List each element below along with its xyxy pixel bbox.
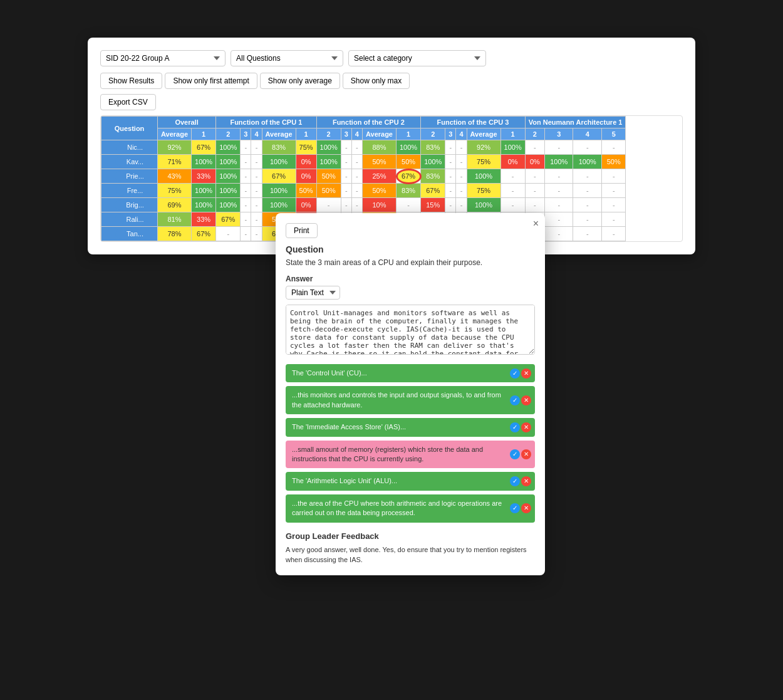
x-icon[interactable]: ✕ bbox=[521, 395, 531, 405]
data-cell[interactable]: - bbox=[445, 169, 456, 184]
data-cell[interactable]: - bbox=[602, 227, 626, 241]
answer-textarea[interactable]: Control Unit-manages and monitors softwa… bbox=[286, 305, 535, 355]
export-csv-button[interactable]: Export CSV bbox=[100, 94, 156, 110]
data-cell[interactable]: 67% bbox=[216, 212, 241, 227]
data-cell[interactable]: - bbox=[544, 169, 573, 184]
data-cell[interactable]: - bbox=[525, 184, 544, 198]
check-icon[interactable]: ✓ bbox=[510, 395, 520, 405]
data-cell[interactable]: - bbox=[351, 198, 362, 212]
data-cell[interactable]: 33% bbox=[192, 169, 216, 184]
data-cell[interactable]: 75% bbox=[467, 184, 500, 198]
data-cell[interactable]: - bbox=[573, 169, 602, 184]
data-cell[interactable]: - bbox=[573, 227, 602, 241]
data-cell[interactable]: 67% bbox=[397, 169, 421, 184]
overall-avg-cell[interactable]: 75% bbox=[158, 184, 192, 198]
data-cell[interactable]: - bbox=[251, 155, 262, 169]
x-icon[interactable]: ✕ bbox=[521, 368, 531, 379]
data-cell[interactable]: 75% bbox=[296, 140, 316, 155]
data-cell[interactable]: - bbox=[525, 140, 544, 155]
overall-avg-cell[interactable]: 43% bbox=[158, 169, 192, 184]
data-cell[interactable]: - bbox=[456, 140, 467, 155]
data-cell[interactable]: - bbox=[500, 169, 525, 184]
check-icon[interactable]: ✓ bbox=[510, 422, 520, 432]
data-cell[interactable]: 67% bbox=[192, 140, 216, 155]
check-icon[interactable]: ✓ bbox=[510, 503, 520, 513]
data-cell[interactable]: - bbox=[602, 212, 626, 227]
data-cell[interactable]: - bbox=[241, 140, 251, 155]
data-cell[interactable]: 0% bbox=[296, 169, 316, 184]
data-cell[interactable]: 15% bbox=[421, 198, 445, 212]
data-cell[interactable]: 67% bbox=[421, 184, 445, 198]
data-cell[interactable]: 0% bbox=[525, 155, 544, 169]
data-cell[interactable]: 100% bbox=[421, 155, 445, 169]
data-cell[interactable]: - bbox=[544, 227, 573, 241]
category-dropdown[interactable]: Select a category bbox=[348, 50, 486, 66]
data-cell[interactable]: 0% bbox=[500, 155, 525, 169]
x-icon[interactable]: ✕ bbox=[521, 422, 531, 432]
data-cell[interactable]: 88% bbox=[362, 140, 396, 155]
data-cell[interactable]: - bbox=[241, 198, 251, 212]
data-cell[interactable]: 100% bbox=[500, 140, 525, 155]
modal-close-button[interactable]: × bbox=[533, 218, 539, 229]
data-cell[interactable]: - bbox=[602, 169, 626, 184]
data-cell[interactable]: - bbox=[573, 212, 602, 227]
data-cell[interactable]: - bbox=[544, 184, 573, 198]
data-cell[interactable]: 75% bbox=[467, 155, 500, 169]
data-cell[interactable]: 92% bbox=[467, 140, 500, 155]
data-cell[interactable]: - bbox=[241, 212, 251, 227]
data-cell[interactable]: - bbox=[351, 169, 362, 184]
data-cell[interactable]: 83% bbox=[421, 140, 445, 155]
max-button[interactable]: Show only max bbox=[343, 73, 410, 89]
data-cell[interactable]: 67% bbox=[192, 227, 216, 241]
data-cell[interactable]: - bbox=[241, 184, 251, 198]
data-cell[interactable]: - bbox=[251, 212, 262, 227]
data-cell[interactable]: 67% bbox=[262, 169, 296, 184]
data-cell[interactable]: - bbox=[397, 198, 421, 212]
data-cell[interactable]: 50% bbox=[602, 155, 626, 169]
overall-avg-cell[interactable]: 92% bbox=[158, 140, 192, 155]
x-icon[interactable]: ✕ bbox=[521, 449, 531, 459]
data-cell[interactable]: - bbox=[602, 198, 626, 212]
data-cell[interactable]: - bbox=[241, 155, 251, 169]
data-cell[interactable]: - bbox=[525, 198, 544, 212]
data-cell[interactable]: 100% bbox=[192, 184, 216, 198]
data-cell[interactable]: - bbox=[351, 140, 362, 155]
data-cell[interactable]: - bbox=[341, 169, 351, 184]
overall-avg-cell[interactable]: 69% bbox=[158, 198, 192, 212]
data-cell[interactable]: - bbox=[573, 184, 602, 198]
data-cell[interactable]: - bbox=[445, 140, 456, 155]
data-cell[interactable]: - bbox=[241, 227, 251, 241]
data-cell[interactable]: - bbox=[445, 155, 456, 169]
data-cell[interactable]: - bbox=[341, 155, 351, 169]
data-cell[interactable]: 33% bbox=[192, 212, 216, 227]
data-cell[interactable]: 100% bbox=[467, 169, 500, 184]
overall-avg-cell[interactable]: 81% bbox=[158, 212, 192, 227]
data-cell[interactable]: - bbox=[573, 140, 602, 155]
data-cell[interactable]: 83% bbox=[397, 184, 421, 198]
average-button[interactable]: Show only average bbox=[260, 73, 340, 89]
data-cell[interactable]: - bbox=[251, 140, 262, 155]
data-cell[interactable]: - bbox=[251, 184, 262, 198]
data-cell[interactable]: 100% bbox=[216, 184, 241, 198]
first-attempt-button[interactable]: Show only first attempt bbox=[165, 73, 257, 89]
data-cell[interactable]: - bbox=[525, 169, 544, 184]
data-cell[interactable]: 100% bbox=[316, 140, 341, 155]
x-icon[interactable]: ✕ bbox=[521, 503, 531, 513]
data-cell[interactable]: - bbox=[456, 155, 467, 169]
data-cell[interactable]: 100% bbox=[316, 155, 341, 169]
data-cell[interactable]: 50% bbox=[362, 184, 396, 198]
data-cell[interactable]: - bbox=[573, 198, 602, 212]
data-cell[interactable]: - bbox=[351, 155, 362, 169]
data-cell[interactable]: 100% bbox=[216, 140, 241, 155]
data-cell[interactable]: 50% bbox=[362, 155, 396, 169]
data-cell[interactable]: - bbox=[544, 198, 573, 212]
data-cell[interactable]: - bbox=[216, 227, 241, 241]
data-cell[interactable]: - bbox=[602, 140, 626, 155]
data-cell[interactable]: 50% bbox=[397, 155, 421, 169]
print-button[interactable]: Print bbox=[286, 223, 318, 238]
data-cell[interactable]: 100% bbox=[216, 155, 241, 169]
data-cell[interactable]: 100% bbox=[573, 155, 602, 169]
data-cell[interactable]: - bbox=[500, 184, 525, 198]
data-cell[interactable]: - bbox=[251, 198, 262, 212]
show-results-button[interactable]: Show Results bbox=[100, 73, 162, 89]
